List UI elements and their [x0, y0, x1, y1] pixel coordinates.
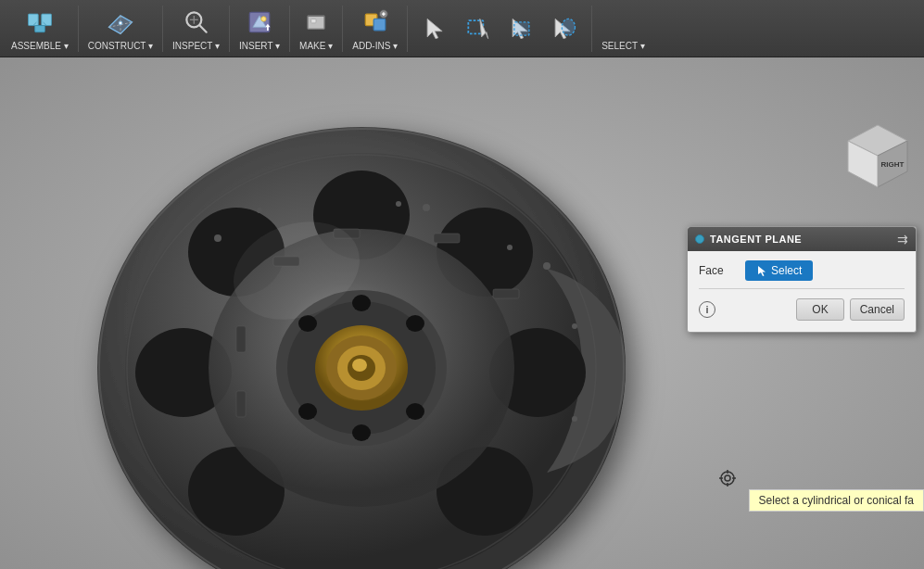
viewport-3d[interactable]: RIGHT TANGENT PLANE ⇉ Face Select: [0, 57, 924, 569]
inspect-icon: [180, 6, 213, 39]
select-button[interactable]: Select: [745, 260, 813, 281]
svg-rect-66: [434, 234, 460, 243]
cursor-pointer: [718, 469, 737, 487]
svg-rect-2: [35, 26, 45, 32]
toolbar-window-select[interactable]: [458, 8, 499, 49]
svg-point-55: [352, 359, 367, 372]
info-icon[interactable]: i: [699, 301, 715, 318]
tooltip-text: Select a cylindrical or conical fa: [759, 494, 914, 507]
svg-point-32: [562, 19, 575, 35]
svg-text:RIGHT: RIGHT: [881, 160, 905, 169]
svg-marker-77: [758, 266, 766, 276]
select-label: SELECT ▾: [601, 41, 645, 51]
svg-point-47: [406, 403, 424, 420]
svg-point-61: [543, 262, 551, 270]
tooltip: Select a cylindrical or conical fa: [749, 489, 924, 512]
make-label: MAKE ▾: [299, 41, 333, 51]
panel-buttons: i OK Cancel: [699, 295, 905, 322]
svg-rect-1: [42, 14, 52, 25]
svg-point-8: [119, 21, 122, 25]
svg-point-60: [507, 245, 513, 250]
svg-point-46: [406, 315, 424, 332]
construct-icon: [104, 6, 137, 39]
ok-button[interactable]: OK: [796, 298, 843, 321]
addins-label: ADD-INS ▾: [352, 41, 398, 51]
svg-rect-67: [493, 289, 519, 298]
svg-point-62: [572, 323, 577, 329]
divider-7: [591, 6, 592, 52]
wheel-model: [74, 104, 677, 569]
toolbar-crossing-select[interactable]: [500, 8, 541, 49]
toolbar-select-group[interactable]: SELECT ▾: [594, 2, 652, 55]
panel-expand-icon[interactable]: ⇉: [897, 232, 908, 247]
tangent-title: TANGENT PLANE: [710, 234, 802, 245]
svg-point-63: [572, 416, 577, 422]
svg-line-10: [199, 26, 206, 32]
svg-point-79: [725, 475, 730, 481]
inspect-label: INSPECT ▾: [172, 41, 220, 51]
svg-point-78: [721, 472, 734, 485]
divider-2: [162, 6, 163, 52]
toolbar-paint-select[interactable]: [543, 8, 584, 49]
svg-point-50: [298, 315, 317, 332]
panel-divider: [699, 288, 905, 289]
divider-1: [78, 6, 79, 52]
svg-point-65: [214, 234, 222, 242]
addins-icon: [359, 6, 392, 39]
toolbar-inspect[interactable]: INSPECT ▾: [165, 2, 227, 55]
svg-point-15: [261, 17, 266, 21]
svg-point-59: [396, 201, 401, 207]
svg-rect-19: [311, 19, 316, 22]
toolbar-make[interactable]: MAKE ▾: [292, 2, 340, 55]
view-cube[interactable]: RIGHT: [841, 120, 915, 195]
toolbar-addins[interactable]: ADD-INS ▾: [345, 2, 405, 55]
svg-point-64: [257, 208, 262, 213]
toolbar-select-arrow[interactable]: [415, 8, 456, 49]
svg-rect-71: [236, 391, 246, 417]
svg-rect-70: [236, 326, 246, 352]
face-row: Face Select: [699, 260, 905, 281]
make-icon: [299, 6, 333, 39]
toolbar: ASSEMBLE ▾ CONSTRUCT ▾ INSPECT ▾: [0, 0, 924, 57]
svg-rect-0: [28, 14, 38, 25]
divider-5: [342, 6, 343, 52]
insert-label: INSERT ▾: [239, 41, 280, 51]
cancel-button[interactable]: Cancel: [850, 298, 905, 321]
crossing-select-icon: [504, 12, 538, 45]
insert-icon: [243, 6, 276, 39]
face-label: Face: [699, 264, 745, 277]
toolbar-construct[interactable]: CONSTRUCT ▾: [81, 2, 160, 55]
arrow-select-icon: [419, 12, 452, 45]
toolbar-assemble[interactable]: ASSEMBLE ▾: [4, 2, 76, 55]
select-cursor-icon: [756, 265, 767, 276]
tangent-panel: TANGENT PLANE ⇉ Face Select i OK Cancel: [687, 226, 917, 333]
tangent-dot-icon: [695, 234, 704, 244]
svg-point-49: [298, 403, 317, 420]
tangent-header-left: TANGENT PLANE: [695, 234, 802, 245]
divider-4: [289, 6, 290, 52]
svg-marker-26: [427, 19, 442, 38]
svg-rect-30: [514, 21, 529, 34]
svg-point-48: [352, 424, 371, 441]
assemble-label: ASSEMBLE ▾: [11, 41, 69, 51]
tangent-panel-header: TANGENT PLANE ⇉: [688, 227, 916, 251]
svg-point-58: [423, 204, 430, 211]
construct-label: CONSTRUCT ▾: [88, 41, 153, 51]
divider-3: [229, 6, 230, 52]
assemble-icon: [23, 6, 57, 39]
tangent-panel-body: Face Select i OK Cancel: [688, 251, 916, 332]
svg-rect-22: [373, 19, 385, 30]
window-select-icon: [462, 12, 495, 45]
toolbar-insert[interactable]: INSERT ▾: [232, 2, 287, 55]
divider-6: [407, 6, 408, 52]
select-btn-label: Select: [771, 264, 802, 277]
paint-select-icon: [547, 12, 580, 45]
svg-marker-28: [480, 19, 488, 38]
svg-point-45: [352, 295, 371, 311]
